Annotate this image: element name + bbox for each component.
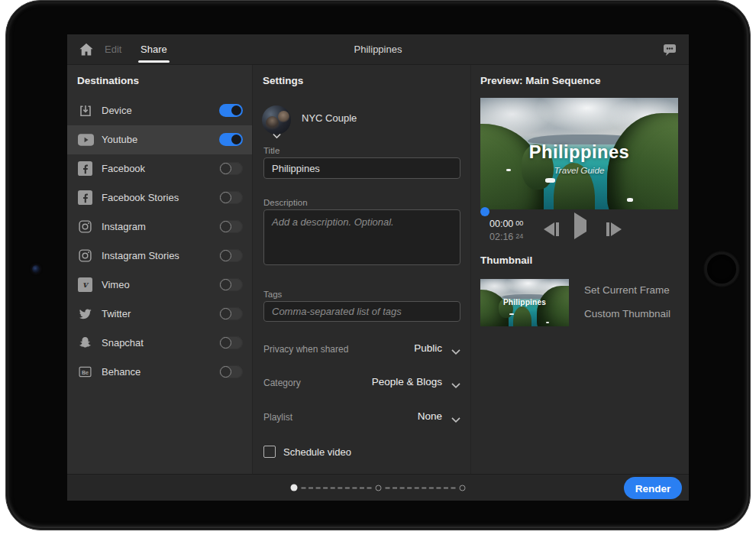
chevron-down-icon — [273, 130, 281, 136]
destination-label: Instagram — [102, 212, 146, 242]
project-title: Philippines — [67, 34, 689, 65]
destinations-header: Destinations — [77, 75, 139, 86]
destination-label: Twitter — [102, 300, 131, 329]
device-toggle[interactable] — [219, 104, 243, 117]
thumbnail-title-overlay: Philippines — [480, 298, 569, 306]
step-circle — [460, 485, 466, 491]
facebook-stories-toggle[interactable] — [219, 191, 243, 204]
thumbnail-preview[interactable]: Philippines — [480, 279, 569, 326]
save-to-device-icon — [78, 103, 93, 118]
video-preview[interactable]: Philippines Travel Guide — [480, 98, 678, 209]
destination-label: Youtube — [102, 125, 137, 154]
youtube-toggle[interactable] — [219, 133, 243, 146]
destination-row-instagram-stories[interactable]: Instagram Stories — [67, 242, 252, 271]
privacy-label: Privacy when shared — [263, 344, 348, 355]
custom-thumbnail-button[interactable]: Custom Thumbnail — [584, 308, 670, 319]
video-still: Philippines Travel Guide — [480, 98, 678, 209]
instagram-icon — [78, 248, 93, 264]
destination-label: Instagram Stories — [102, 242, 179, 271]
behance-toggle[interactable] — [219, 365, 243, 378]
destination-label: Vimeo — [102, 271, 130, 300]
current-timecode: 00:0000 — [489, 219, 523, 229]
snapchat-icon — [78, 336, 93, 351]
destination-row-youtube[interactable]: Youtube — [67, 125, 252, 154]
next-frame-button[interactable] — [606, 220, 622, 238]
chevron-down-icon — [451, 414, 460, 421]
bottom-bar: Render — [67, 474, 689, 501]
destination-row-behance[interactable]: Be Behance — [67, 358, 252, 387]
destination-label: Snapchat — [102, 329, 144, 358]
behance-icon: Be — [78, 365, 93, 380]
category-value: People & Blogs — [372, 376, 442, 387]
playlist-label: Playlist — [263, 412, 292, 423]
youtube-icon — [78, 132, 93, 148]
playlist-value: None — [418, 410, 442, 422]
facebook-icon — [78, 161, 93, 177]
schedule-checkbox[interactable] — [263, 446, 276, 458]
step-dash — [302, 487, 372, 488]
destination-row-twitter[interactable]: Twitter — [67, 300, 252, 329]
instagram-stories-toggle[interactable] — [219, 249, 243, 262]
destination-label: Device — [102, 96, 132, 125]
facebook-icon — [78, 190, 93, 206]
settings-header: Settings — [263, 75, 303, 86]
tags-label: Tags — [263, 290, 282, 299]
playlist-dropdown[interactable]: Playlist None — [263, 410, 460, 425]
play-button[interactable] — [574, 220, 586, 238]
chevron-down-icon — [451, 346, 460, 353]
render-button[interactable]: Render — [624, 477, 682, 499]
chevron-down-icon — [451, 380, 460, 387]
share-progress-stepper — [291, 485, 466, 491]
playhead-handle[interactable] — [480, 207, 489, 216]
privacy-value: Public — [414, 342, 442, 354]
title-label: Title — [263, 146, 279, 155]
duration-timecode: 02:1624 — [489, 232, 523, 242]
destination-label: Facebook — [102, 154, 145, 183]
destination-row-snapchat[interactable]: Snapchat — [67, 329, 252, 358]
previous-frame-button[interactable] — [544, 220, 559, 238]
step-dash — [386, 487, 456, 488]
destination-row-facebook[interactable]: Facebook — [67, 154, 252, 183]
title-input[interactable] — [263, 157, 460, 179]
destination-label: Facebook Stories — [102, 183, 179, 212]
schedule-label: Schedule video — [283, 446, 351, 458]
vimeo-toggle[interactable] — [219, 278, 243, 291]
destination-row-instagram[interactable]: Instagram — [67, 212, 252, 242]
account-name: NYC Couple — [302, 112, 357, 124]
destination-row-facebook-stories[interactable]: Facebook Stories — [67, 183, 252, 212]
category-dropdown[interactable]: Category People & Blogs — [263, 375, 460, 391]
step-circle — [376, 485, 382, 491]
instagram-toggle[interactable] — [219, 220, 243, 233]
description-textarea[interactable] — [263, 209, 460, 265]
preview-panel: Preview: Main Sequence Philippines Trave… — [471, 65, 689, 474]
destination-row-device[interactable]: Device — [67, 96, 252, 125]
settings-panel: Settings NYC Couple Title Description Ta… — [252, 65, 471, 474]
category-label: Category — [263, 378, 301, 388]
destination-label: Behance — [102, 358, 141, 387]
thumbnail-still: Philippines — [480, 279, 569, 326]
video-title-overlay: Philippines Travel Guide — [480, 142, 678, 174]
front-camera — [32, 265, 40, 273]
transport-controls — [544, 220, 628, 238]
step-active-dot — [291, 485, 298, 491]
home-button[interactable] — [705, 252, 738, 286]
preview-header: Preview: Main Sequence — [480, 75, 601, 86]
thumbnail-header: Thumbnail — [480, 255, 532, 266]
vimeo-icon: v — [78, 277, 93, 293]
tags-input[interactable] — [263, 301, 460, 322]
facebook-toggle[interactable] — [219, 162, 243, 175]
feedback-icon[interactable] — [661, 42, 678, 57]
destination-row-vimeo[interactable]: v Vimeo — [67, 271, 252, 300]
twitter-toggle[interactable] — [219, 307, 243, 320]
app-screen: Edit Share Philippines Destinations Devi… — [67, 34, 689, 501]
snapchat-toggle[interactable] — [219, 336, 243, 349]
set-current-frame-button[interactable]: Set Current Frame — [584, 284, 670, 296]
top-bar: Edit Share Philippines — [67, 34, 689, 65]
svg-text:Be: Be — [82, 370, 89, 376]
twitter-icon — [78, 306, 93, 322]
description-label: Description — [263, 198, 308, 207]
privacy-dropdown[interactable]: Privacy when shared Public — [263, 342, 460, 357]
instagram-icon — [78, 219, 93, 235]
destinations-panel: Destinations Device Youtube Faceb — [67, 65, 252, 474]
page: Edit Share Philippines Destinations Devi… — [0, 0, 756, 535]
